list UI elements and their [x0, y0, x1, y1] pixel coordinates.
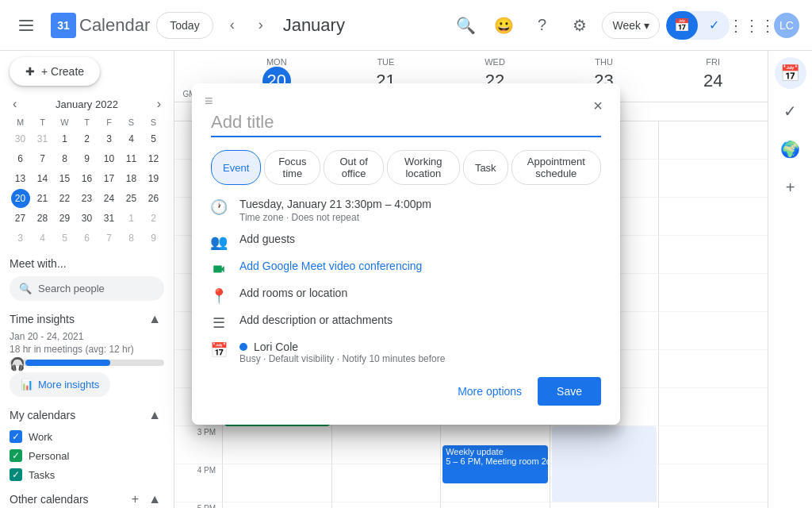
description-icon: ☰ — [211, 315, 227, 331]
location-icon: 📍 — [211, 288, 227, 304]
tab-out-of-office[interactable]: Out of office — [324, 150, 383, 185]
modal-guests-text[interactable]: Add guests — [239, 233, 601, 245]
save-button[interactable]: Save — [538, 377, 601, 406]
modal-guests-row: 👥 Add guests — [211, 233, 601, 250]
event-create-modal: ≡ × Event Focus time Out of office Worki… — [192, 83, 620, 425]
tab-focus-time[interactable]: Focus time — [264, 150, 320, 185]
meet-icon — [211, 261, 227, 277]
tab-appointment-schedule[interactable]: Appointment schedule — [511, 150, 601, 185]
modal-footer: More options Save — [211, 377, 601, 406]
modal-tabs: Event Focus time Out of office Working l… — [211, 150, 601, 185]
modal-calendar-row: 📅 Lori Cole Busy · Default visibility · … — [211, 341, 601, 364]
modal-guests-content: Add guests — [239, 233, 601, 245]
guests-icon: 👥 — [211, 234, 227, 250]
modal-description-content: Add description or attachments — [239, 314, 601, 326]
tab-task[interactable]: Task — [463, 150, 508, 185]
modal-location-text[interactable]: Add rooms or location — [239, 287, 601, 299]
calendar-row-icon: 📅 — [211, 342, 227, 358]
modal-description-text[interactable]: Add description or attachments — [239, 314, 601, 326]
modal-description-row: ☰ Add description or attachments — [211, 314, 601, 331]
drag-handle-icon: ≡ — [205, 93, 213, 110]
more-options-button[interactable]: More options — [448, 379, 531, 404]
event-title-input[interactable] — [211, 109, 601, 137]
modal-meet-link[interactable]: Add Google Meet video conferencing — [239, 260, 601, 272]
modal-datetime-row: 🕐 Tuesday, January 21 3:30pm – 4:00pm Ti… — [211, 198, 601, 223]
modal-cal-status: Busy · Default visibility · Notify 10 mi… — [239, 353, 601, 364]
modal-calendar-user-row: Lori Cole — [239, 341, 601, 353]
modal-timezone-text[interactable]: Time zone · Does not repeat — [239, 212, 601, 223]
modal-overlay: ≡ × Event Focus time Out of office Worki… — [0, 0, 812, 508]
tab-working-location[interactable]: Working location — [387, 150, 460, 185]
modal-calendar-content: Lori Cole Busy · Default visibility · No… — [239, 341, 601, 364]
modal-datetime-text[interactable]: Tuesday, January 21 3:30pm – 4:00pm — [239, 198, 601, 210]
modal-meet-content: Add Google Meet video conferencing — [239, 260, 601, 272]
modal-datetime-content: Tuesday, January 21 3:30pm – 4:00pm Time… — [239, 198, 601, 223]
modal-location-content: Add rooms or location — [239, 287, 601, 299]
clock-icon: 🕐 — [211, 199, 227, 215]
tab-event[interactable]: Event — [211, 150, 261, 185]
modal-meet-row: Add Google Meet video conferencing — [211, 260, 601, 277]
modal-location-row: 📍 Add rooms or location — [211, 287, 601, 304]
modal-close-button[interactable]: × — [585, 93, 611, 118]
calendar-color-dot — [239, 343, 247, 351]
modal-cal-user: Lori Cole — [254, 341, 298, 353]
